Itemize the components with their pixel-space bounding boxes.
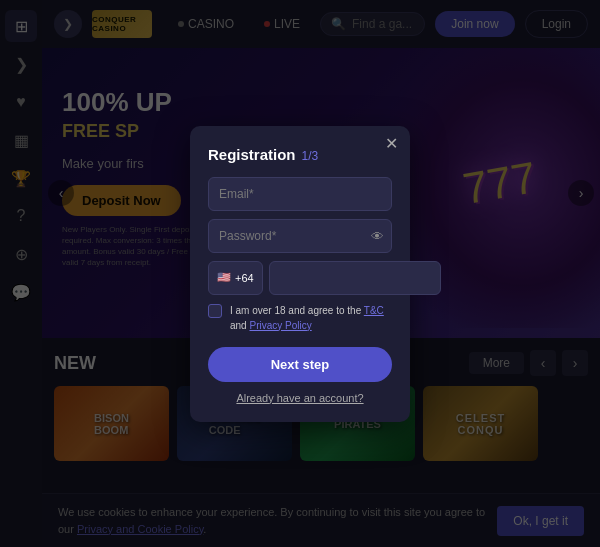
email-input[interactable] xyxy=(208,177,392,211)
age-agreement-checkbox[interactable] xyxy=(208,304,222,318)
privacy-policy-link[interactable]: Privacy Policy xyxy=(249,320,311,331)
password-input[interactable] xyxy=(208,219,392,253)
phone-number-input[interactable] xyxy=(269,261,441,295)
phone-row: 🇺🇸 +64 xyxy=(208,261,392,295)
modal-title-row: Registration 1/3 xyxy=(208,146,392,163)
age-agreement-label: I am over 18 and agree to the T&C and Pr… xyxy=(230,303,392,333)
password-input-row: 👁 xyxy=(208,219,392,253)
modal-overlay: ✕ Registration 1/3 👁 🇺🇸 +64 I am over 18… xyxy=(0,0,600,547)
modal-close-button[interactable]: ✕ xyxy=(385,136,398,152)
phone-code: +64 xyxy=(235,272,254,284)
already-have-account-link[interactable]: Already have an account? xyxy=(208,392,392,404)
password-toggle-icon[interactable]: 👁 xyxy=(371,228,384,243)
next-step-button[interactable]: Next step xyxy=(208,347,392,382)
tc-link[interactable]: T&C xyxy=(364,305,384,316)
flag-icon: 🇺🇸 xyxy=(217,271,231,284)
phone-country-selector[interactable]: 🇺🇸 +64 xyxy=(208,261,263,295)
registration-modal: ✕ Registration 1/3 👁 🇺🇸 +64 I am over 18… xyxy=(190,126,410,422)
modal-step-indicator: 1/3 xyxy=(302,149,319,163)
modal-title: Registration xyxy=(208,146,296,163)
age-agreement-row: I am over 18 and agree to the T&C and Pr… xyxy=(208,303,392,333)
